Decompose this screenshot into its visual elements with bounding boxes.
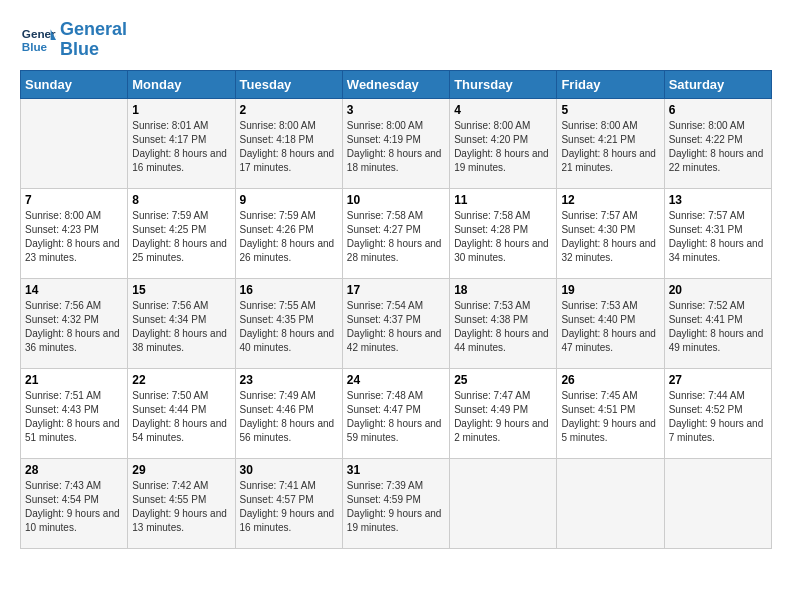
day-info: Sunrise: 7:59 AMSunset: 4:26 PMDaylight:…: [240, 209, 338, 265]
day-info: Sunrise: 7:53 AMSunset: 4:38 PMDaylight:…: [454, 299, 552, 355]
day-number: 14: [25, 283, 123, 297]
calendar-day-25: 25 Sunrise: 7:47 AMSunset: 4:49 PMDaylig…: [450, 368, 557, 458]
calendar-week-row: 14 Sunrise: 7:56 AMSunset: 4:32 PMDaylig…: [21, 278, 772, 368]
day-info: Sunrise: 7:53 AMSunset: 4:40 PMDaylight:…: [561, 299, 659, 355]
calendar-day-7: 7 Sunrise: 8:00 AMSunset: 4:23 PMDayligh…: [21, 188, 128, 278]
logo-icon: General Blue: [20, 22, 56, 58]
calendar-day-2: 2 Sunrise: 8:00 AMSunset: 4:18 PMDayligh…: [235, 98, 342, 188]
svg-text:Blue: Blue: [22, 40, 48, 53]
day-number: 8: [132, 193, 230, 207]
calendar-day-1: 1 Sunrise: 8:01 AMSunset: 4:17 PMDayligh…: [128, 98, 235, 188]
day-info: Sunrise: 7:58 AMSunset: 4:28 PMDaylight:…: [454, 209, 552, 265]
day-number: 26: [561, 373, 659, 387]
weekday-header-wednesday: Wednesday: [342, 70, 449, 98]
day-number: 28: [25, 463, 123, 477]
day-number: 3: [347, 103, 445, 117]
day-info: Sunrise: 7:56 AMSunset: 4:32 PMDaylight:…: [25, 299, 123, 355]
day-info: Sunrise: 7:47 AMSunset: 4:49 PMDaylight:…: [454, 389, 552, 445]
day-number: 23: [240, 373, 338, 387]
calendar-day-14: 14 Sunrise: 7:56 AMSunset: 4:32 PMDaylig…: [21, 278, 128, 368]
day-info: Sunrise: 7:54 AMSunset: 4:37 PMDaylight:…: [347, 299, 445, 355]
day-number: 20: [669, 283, 767, 297]
day-info: Sunrise: 7:44 AMSunset: 4:52 PMDaylight:…: [669, 389, 767, 445]
day-number: 4: [454, 103, 552, 117]
calendar-day-23: 23 Sunrise: 7:49 AMSunset: 4:46 PMDaylig…: [235, 368, 342, 458]
day-number: 13: [669, 193, 767, 207]
calendar-day-12: 12 Sunrise: 7:57 AMSunset: 4:30 PMDaylig…: [557, 188, 664, 278]
day-number: 11: [454, 193, 552, 207]
weekday-header-saturday: Saturday: [664, 70, 771, 98]
day-info: Sunrise: 7:56 AMSunset: 4:34 PMDaylight:…: [132, 299, 230, 355]
empty-day-cell: [557, 458, 664, 548]
day-info: Sunrise: 7:55 AMSunset: 4:35 PMDaylight:…: [240, 299, 338, 355]
calendar-day-5: 5 Sunrise: 8:00 AMSunset: 4:21 PMDayligh…: [557, 98, 664, 188]
calendar-day-15: 15 Sunrise: 7:56 AMSunset: 4:34 PMDaylig…: [128, 278, 235, 368]
weekday-header-sunday: Sunday: [21, 70, 128, 98]
calendar-day-24: 24 Sunrise: 7:48 AMSunset: 4:47 PMDaylig…: [342, 368, 449, 458]
day-info: Sunrise: 7:39 AMSunset: 4:59 PMDaylight:…: [347, 479, 445, 535]
day-info: Sunrise: 8:00 AMSunset: 4:20 PMDaylight:…: [454, 119, 552, 175]
day-number: 17: [347, 283, 445, 297]
calendar-day-31: 31 Sunrise: 7:39 AMSunset: 4:59 PMDaylig…: [342, 458, 449, 548]
day-info: Sunrise: 7:58 AMSunset: 4:27 PMDaylight:…: [347, 209, 445, 265]
day-number: 1: [132, 103, 230, 117]
weekday-header-tuesday: Tuesday: [235, 70, 342, 98]
calendar-day-22: 22 Sunrise: 7:50 AMSunset: 4:44 PMDaylig…: [128, 368, 235, 458]
day-number: 2: [240, 103, 338, 117]
day-number: 25: [454, 373, 552, 387]
calendar-day-28: 28 Sunrise: 7:43 AMSunset: 4:54 PMDaylig…: [21, 458, 128, 548]
calendar-body: 1 Sunrise: 8:01 AMSunset: 4:17 PMDayligh…: [21, 98, 772, 548]
day-number: 10: [347, 193, 445, 207]
calendar-day-21: 21 Sunrise: 7:51 AMSunset: 4:43 PMDaylig…: [21, 368, 128, 458]
day-number: 19: [561, 283, 659, 297]
weekday-header-thursday: Thursday: [450, 70, 557, 98]
calendar-day-9: 9 Sunrise: 7:59 AMSunset: 4:26 PMDayligh…: [235, 188, 342, 278]
day-number: 30: [240, 463, 338, 477]
calendar-table: SundayMondayTuesdayWednesdayThursdayFrid…: [20, 70, 772, 549]
calendar-day-20: 20 Sunrise: 7:52 AMSunset: 4:41 PMDaylig…: [664, 278, 771, 368]
day-info: Sunrise: 7:42 AMSunset: 4:55 PMDaylight:…: [132, 479, 230, 535]
empty-day-cell: [21, 98, 128, 188]
day-info: Sunrise: 7:49 AMSunset: 4:46 PMDaylight:…: [240, 389, 338, 445]
day-number: 16: [240, 283, 338, 297]
day-number: 18: [454, 283, 552, 297]
day-info: Sunrise: 7:59 AMSunset: 4:25 PMDaylight:…: [132, 209, 230, 265]
calendar-day-3: 3 Sunrise: 8:00 AMSunset: 4:19 PMDayligh…: [342, 98, 449, 188]
day-info: Sunrise: 7:52 AMSunset: 4:41 PMDaylight:…: [669, 299, 767, 355]
day-number: 22: [132, 373, 230, 387]
day-info: Sunrise: 8:00 AMSunset: 4:18 PMDaylight:…: [240, 119, 338, 175]
calendar-day-19: 19 Sunrise: 7:53 AMSunset: 4:40 PMDaylig…: [557, 278, 664, 368]
weekday-row: SundayMondayTuesdayWednesdayThursdayFrid…: [21, 70, 772, 98]
calendar-day-6: 6 Sunrise: 8:00 AMSunset: 4:22 PMDayligh…: [664, 98, 771, 188]
calendar-week-row: 21 Sunrise: 7:51 AMSunset: 4:43 PMDaylig…: [21, 368, 772, 458]
day-info: Sunrise: 8:00 AMSunset: 4:19 PMDaylight:…: [347, 119, 445, 175]
calendar-day-13: 13 Sunrise: 7:57 AMSunset: 4:31 PMDaylig…: [664, 188, 771, 278]
logo: General Blue GeneralBlue: [20, 20, 127, 60]
day-number: 27: [669, 373, 767, 387]
day-number: 9: [240, 193, 338, 207]
day-info: Sunrise: 8:00 AMSunset: 4:22 PMDaylight:…: [669, 119, 767, 175]
calendar-day-26: 26 Sunrise: 7:45 AMSunset: 4:51 PMDaylig…: [557, 368, 664, 458]
day-number: 31: [347, 463, 445, 477]
empty-day-cell: [450, 458, 557, 548]
day-number: 21: [25, 373, 123, 387]
day-info: Sunrise: 8:00 AMSunset: 4:23 PMDaylight:…: [25, 209, 123, 265]
day-info: Sunrise: 7:43 AMSunset: 4:54 PMDaylight:…: [25, 479, 123, 535]
day-info: Sunrise: 8:00 AMSunset: 4:21 PMDaylight:…: [561, 119, 659, 175]
day-number: 15: [132, 283, 230, 297]
day-number: 5: [561, 103, 659, 117]
calendar-day-17: 17 Sunrise: 7:54 AMSunset: 4:37 PMDaylig…: [342, 278, 449, 368]
logo-text: GeneralBlue: [60, 20, 127, 60]
weekday-header-monday: Monday: [128, 70, 235, 98]
calendar-day-10: 10 Sunrise: 7:58 AMSunset: 4:27 PMDaylig…: [342, 188, 449, 278]
day-info: Sunrise: 7:41 AMSunset: 4:57 PMDaylight:…: [240, 479, 338, 535]
day-info: Sunrise: 7:45 AMSunset: 4:51 PMDaylight:…: [561, 389, 659, 445]
calendar-day-27: 27 Sunrise: 7:44 AMSunset: 4:52 PMDaylig…: [664, 368, 771, 458]
calendar-week-row: 7 Sunrise: 8:00 AMSunset: 4:23 PMDayligh…: [21, 188, 772, 278]
calendar-day-11: 11 Sunrise: 7:58 AMSunset: 4:28 PMDaylig…: [450, 188, 557, 278]
calendar-week-row: 1 Sunrise: 8:01 AMSunset: 4:17 PMDayligh…: [21, 98, 772, 188]
calendar-week-row: 28 Sunrise: 7:43 AMSunset: 4:54 PMDaylig…: [21, 458, 772, 548]
page-header: General Blue GeneralBlue: [20, 20, 772, 60]
day-number: 6: [669, 103, 767, 117]
weekday-header-friday: Friday: [557, 70, 664, 98]
